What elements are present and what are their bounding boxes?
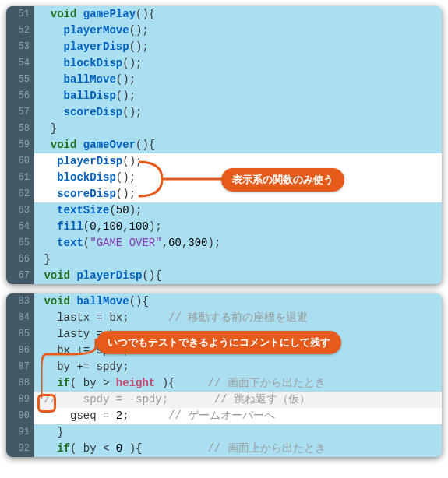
- code-content[interactable]: playerMove();: [34, 23, 442, 39]
- code-content[interactable]: // spdy = -spdy; // 跳ね返す（仮）: [34, 392, 442, 408]
- line-number: 83: [6, 293, 34, 310]
- code-line[interactable]: 62 scoreDisp();: [6, 186, 442, 202]
- code-content[interactable]: ballDisp();: [34, 88, 442, 104]
- code-line[interactable]: 92 if( by < 0 ){ // 画面上から出たとき: [6, 441, 442, 457]
- code-line[interactable]: 57 scoreDisp();: [6, 104, 442, 121]
- code-line[interactable]: 65 text("GAME OVER",60,300);: [6, 235, 442, 251]
- code-line[interactable]: 91 }: [6, 424, 442, 441]
- code-line[interactable]: 67 void playerDisp(){: [6, 268, 442, 284]
- line-number: 67: [6, 268, 34, 284]
- line-number: 57: [6, 104, 34, 121]
- code-line[interactable]: 90 gseq = 2; // ゲームオーバーへ: [6, 408, 442, 424]
- line-number: 87: [6, 359, 34, 375]
- line-number: 66: [6, 251, 34, 268]
- code-content[interactable]: void ballMove(){: [34, 293, 442, 310]
- code-content[interactable]: ballMove();: [34, 72, 442, 88]
- code-line[interactable]: 64 fill(0,100,100);: [6, 219, 442, 235]
- code-line[interactable]: 53 playerDisp();: [6, 39, 442, 55]
- callout-top: 表示系の関数のみ使う: [221, 168, 344, 192]
- code-line[interactable]: 83 void ballMove(){: [6, 293, 442, 310]
- line-number: 65: [6, 235, 34, 251]
- line-number: 51: [6, 6, 34, 23]
- code-content[interactable]: void playerDisp(){: [34, 268, 442, 284]
- line-number: 90: [6, 408, 34, 424]
- code-content[interactable]: if( by < 0 ){ // 画面上から出たとき: [34, 441, 442, 457]
- line-number: 84: [6, 310, 34, 326]
- code-line[interactable]: 51 void gamePlay(){: [6, 6, 442, 23]
- code-content[interactable]: playerDisp();: [34, 39, 442, 55]
- code-line[interactable]: 58 }: [6, 121, 442, 137]
- line-number: 58: [6, 121, 34, 137]
- code-line[interactable]: 56 ballDisp();: [6, 88, 442, 104]
- line-number: 88: [6, 375, 34, 392]
- line-number: 63: [6, 202, 34, 219]
- code-editor-bottom[interactable]: 83 void ballMove(){84 lastx = bx; // 移動す…: [6, 293, 442, 457]
- line-number: 53: [6, 39, 34, 55]
- code-content[interactable]: blockDisp();: [34, 55, 442, 72]
- code-content[interactable]: scoreDisp();: [34, 104, 442, 121]
- code-line[interactable]: 87 by += spdy;: [6, 359, 442, 375]
- code-content[interactable]: }: [34, 424, 442, 441]
- code-line[interactable]: 66 }: [6, 251, 442, 268]
- code-content[interactable]: by += spdy;: [34, 359, 442, 375]
- line-number: 61: [6, 170, 34, 186]
- line-number: 56: [6, 88, 34, 104]
- line-number: 54: [6, 55, 34, 72]
- code-content[interactable]: playerDisp();: [34, 153, 442, 170]
- line-number: 52: [6, 23, 34, 39]
- code-content[interactable]: void gamePlay(){: [34, 6, 442, 23]
- line-number: 91: [6, 424, 34, 441]
- line-number: 86: [6, 343, 34, 359]
- code-line[interactable]: 52 playerMove();: [6, 23, 442, 39]
- callout-bottom: いつでもテストできるようにコメントにして残す: [97, 331, 341, 354]
- code-line[interactable]: 55 ballMove();: [6, 72, 442, 88]
- code-line[interactable]: 89 // spdy = -spdy; // 跳ね返す（仮）: [6, 392, 442, 408]
- code-line[interactable]: 84 lastx = bx; // 移動する前の座標を退避: [6, 310, 442, 326]
- callout-target-ring: [37, 394, 56, 413]
- code-content[interactable]: text("GAME OVER",60,300);: [34, 235, 442, 251]
- line-number: 62: [6, 186, 34, 202]
- line-number: 60: [6, 153, 34, 170]
- code-content[interactable]: }: [34, 121, 442, 137]
- code-content[interactable]: gseq = 2; // ゲームオーバーへ: [34, 408, 442, 424]
- code-content[interactable]: if( by > height ){ // 画面下から出たとき: [34, 375, 442, 392]
- line-number: 85: [6, 326, 34, 343]
- line-number: 64: [6, 219, 34, 235]
- code-content[interactable]: }: [34, 251, 442, 268]
- line-number: 59: [6, 137, 34, 153]
- code-line[interactable]: 63 textSize(50);: [6, 202, 442, 219]
- code-content[interactable]: lastx = bx; // 移動する前の座標を退避: [34, 310, 442, 326]
- code-content[interactable]: textSize(50);: [34, 202, 442, 219]
- code-editor-top[interactable]: 51 void gamePlay(){52 playerMove();53 pl…: [6, 6, 442, 284]
- code-line[interactable]: 59 void gameOver(){: [6, 137, 442, 153]
- line-number: 55: [6, 72, 34, 88]
- code-line[interactable]: 88 if( by > height ){ // 画面下から出たとき: [6, 375, 442, 392]
- code-line[interactable]: 54 blockDisp();: [6, 55, 442, 72]
- code-line[interactable]: 60 playerDisp();: [6, 153, 442, 170]
- code-content[interactable]: void gameOver(){: [34, 137, 442, 153]
- code-content[interactable]: fill(0,100,100);: [34, 219, 442, 235]
- line-number: 89: [6, 392, 34, 408]
- line-number: 92: [6, 441, 34, 457]
